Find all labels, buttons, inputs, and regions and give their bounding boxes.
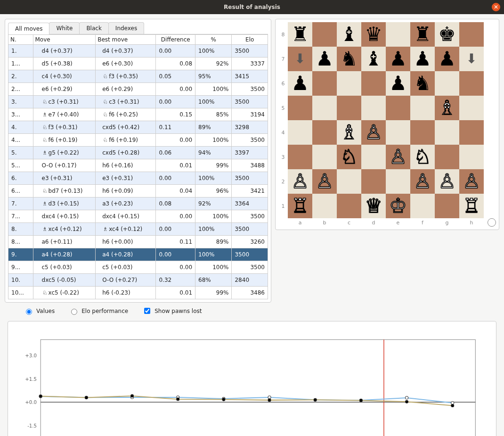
square-b6[interactable] bbox=[312, 71, 337, 96]
square-d1[interactable]: ♕ bbox=[361, 194, 386, 218]
square-g3[interactable] bbox=[435, 145, 459, 169]
square-g8[interactable]: ♚ bbox=[435, 22, 459, 47]
square-h4[interactable] bbox=[459, 120, 484, 145]
square-c3[interactable]: ♘ bbox=[337, 145, 361, 169]
move-row[interactable]: 6.e3 (+0.31)e3 (+0.31)0.00100%3500 bbox=[8, 172, 268, 185]
move-row[interactable]: 7.♗d3 (+0.15)a3 (+0.23)0.0892%3364 bbox=[8, 197, 268, 210]
square-d2[interactable] bbox=[361, 169, 386, 194]
tab-all-moves[interactable]: All moves bbox=[8, 23, 49, 34]
move-row[interactable]: 1.d4 (+0.37)d4 (+0.37)0.00100%3500 bbox=[8, 45, 268, 58]
tab-black[interactable]: Black bbox=[79, 22, 108, 34]
square-d3[interactable] bbox=[361, 145, 386, 169]
square-e2[interactable] bbox=[386, 169, 410, 194]
col-bestmove[interactable]: Best move bbox=[96, 35, 156, 45]
radio-values[interactable]: Values bbox=[24, 307, 55, 315]
square-c7[interactable]: ♞ bbox=[337, 47, 361, 71]
col-elo[interactable]: Elo bbox=[232, 35, 268, 45]
square-d4[interactable]: ♙ bbox=[361, 120, 386, 145]
square-a1[interactable]: ♖ bbox=[288, 194, 312, 218]
square-a5[interactable] bbox=[288, 96, 312, 120]
square-d5[interactable] bbox=[361, 96, 386, 120]
square-h3[interactable] bbox=[459, 145, 484, 169]
square-b2[interactable]: ♙ bbox=[312, 169, 337, 194]
window-close-button[interactable]: ✕ bbox=[492, 3, 500, 11]
square-f7[interactable]: ♟ bbox=[410, 47, 435, 71]
square-f8[interactable]: ♜ bbox=[410, 22, 435, 47]
move-row[interactable]: 5...O-O (+0.17)h6 (+0.16)0.0199%3488 bbox=[8, 159, 268, 172]
square-f6[interactable]: ♞ bbox=[410, 71, 435, 96]
radio-values-label: Values bbox=[36, 308, 55, 314]
square-e7[interactable]: ♟ bbox=[386, 47, 410, 71]
square-d8[interactable]: ♛ bbox=[361, 22, 386, 47]
radio-elo[interactable]: Elo performance bbox=[69, 307, 128, 315]
checkbox-showpawns[interactable]: Show pawns lost bbox=[142, 306, 202, 315]
square-b5[interactable] bbox=[312, 96, 337, 120]
square-g7[interactable]: ♟ bbox=[435, 47, 459, 71]
square-c4[interactable]: ♗ bbox=[337, 120, 361, 145]
square-c8[interactable]: ♝ bbox=[337, 22, 361, 47]
square-g1[interactable] bbox=[435, 194, 459, 218]
square-e6[interactable]: ♟ bbox=[386, 71, 410, 96]
square-c2[interactable] bbox=[337, 169, 361, 194]
move-row[interactable]: 8.♗xc4 (+0.12)♗xc4 (+0.12)0.00100%3500 bbox=[8, 223, 268, 236]
square-b8[interactable] bbox=[312, 22, 337, 47]
col-difference[interactable]: Difference bbox=[156, 35, 195, 45]
move-row[interactable]: 7...dxc4 (+0.15)dxc4 (+0.15)0.00100%3500 bbox=[8, 210, 268, 223]
col-move[interactable]: Move bbox=[33, 35, 96, 45]
square-a3[interactable] bbox=[288, 145, 312, 169]
move-row[interactable]: 1...d5 (+0.38)e6 (+0.30)0.0892%3337 bbox=[8, 58, 268, 70]
move-row[interactable]: 3.♘c3 (+0.31)♘c3 (+0.31)0.00100%3500 bbox=[8, 96, 268, 108]
square-b1[interactable] bbox=[312, 194, 337, 218]
square-h6[interactable] bbox=[459, 71, 484, 96]
square-g5[interactable]: ♗ bbox=[435, 96, 459, 120]
move-row[interactable]: 8...a6 (+0.11)h6 (+0.00)0.1189%3260 bbox=[8, 236, 268, 248]
square-a7[interactable]: ⬇ bbox=[288, 47, 312, 71]
square-e5[interactable] bbox=[386, 96, 410, 120]
square-e4[interactable] bbox=[386, 120, 410, 145]
square-h5[interactable] bbox=[459, 96, 484, 120]
square-b3[interactable] bbox=[312, 145, 337, 169]
square-e8[interactable] bbox=[386, 22, 410, 47]
svg-point-62 bbox=[359, 399, 362, 402]
square-c1[interactable] bbox=[337, 194, 361, 218]
square-b4[interactable] bbox=[312, 120, 337, 145]
square-e1[interactable]: ♔ bbox=[386, 194, 410, 218]
square-a2[interactable]: ♙ bbox=[288, 169, 312, 194]
square-f5[interactable] bbox=[410, 96, 435, 120]
move-row[interactable]: 3...♗e7 (+0.40)♘f6 (+0.25)0.1585%3194 bbox=[8, 108, 268, 121]
move-row[interactable]: 2...e6 (+0.29)e6 (+0.29)0.00100%3500 bbox=[8, 83, 268, 96]
move-row[interactable]: 9.a4 (+0.28)a4 (+0.28)0.00100%3500 bbox=[8, 248, 268, 261]
square-e3[interactable]: ♙ bbox=[386, 145, 410, 169]
move-row[interactable]: 10.dxc5 (-0.05)O-O (+0.27)0.3268%2840 bbox=[8, 274, 268, 287]
square-a6[interactable]: ♟ bbox=[288, 71, 312, 96]
square-h8[interactable] bbox=[459, 22, 484, 47]
square-d7[interactable]: ♝ bbox=[361, 47, 386, 71]
move-row[interactable]: 6...♘bd7 (+0.13)h6 (+0.09)0.0496%3421 bbox=[8, 185, 268, 197]
square-a8[interactable]: ♜ bbox=[288, 22, 312, 47]
tab-indexes[interactable]: Indexes bbox=[108, 22, 144, 34]
square-h2[interactable]: ♙ bbox=[459, 169, 484, 194]
square-f2[interactable]: ♙ bbox=[410, 169, 435, 194]
tab-white[interactable]: White bbox=[49, 22, 80, 34]
square-g6[interactable] bbox=[435, 71, 459, 96]
move-row[interactable]: 9...c5 (+0.03)c5 (+0.03)0.00100%3500 bbox=[8, 261, 268, 274]
move-row[interactable]: 2.c4 (+0.30)♘f3 (+0.35)0.0595%3415 bbox=[8, 70, 268, 83]
move-row[interactable]: 10...♘xc5 (-0.22)h6 (-0.23)0.0199%3486 bbox=[8, 287, 268, 299]
square-b7[interactable]: ♟ bbox=[312, 47, 337, 71]
square-h1[interactable]: ♖ bbox=[459, 194, 484, 218]
square-f1[interactable] bbox=[410, 194, 435, 218]
move-row[interactable]: 4.♘f3 (+0.31)cxd5 (+0.42)0.1189%3298 bbox=[8, 121, 268, 134]
col-[interactable]: % bbox=[195, 35, 232, 45]
square-g4[interactable] bbox=[435, 120, 459, 145]
square-g2[interactable]: ♙ bbox=[435, 169, 459, 194]
move-row[interactable]: 4...♘f6 (+0.19)♘f6 (+0.19)0.00100%3500 bbox=[8, 134, 268, 147]
square-a4[interactable] bbox=[288, 120, 312, 145]
square-f4[interactable] bbox=[410, 120, 435, 145]
col-n[interactable]: N. bbox=[8, 35, 33, 45]
square-c6[interactable] bbox=[337, 71, 361, 96]
square-d6[interactable] bbox=[361, 71, 386, 96]
square-c5[interactable] bbox=[337, 96, 361, 120]
square-h7[interactable]: ⬇ bbox=[459, 47, 484, 71]
move-row[interactable]: 5.♗g5 (+0.22)cxd5 (+0.28)0.0694%3397 bbox=[8, 147, 268, 159]
square-f3[interactable]: ♘ bbox=[410, 145, 435, 169]
